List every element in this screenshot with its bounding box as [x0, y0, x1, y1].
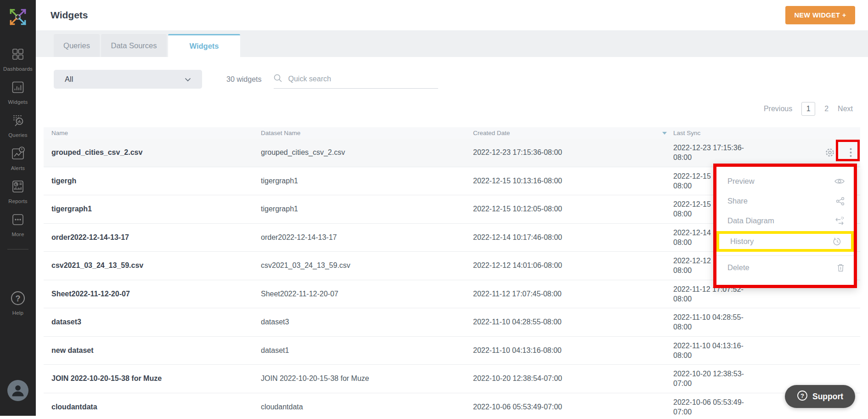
menu-item-label: Preview [727, 177, 755, 186]
table-row[interactable]: grouped_cities_csv_2.csvgrouped_cities_c… [44, 139, 860, 167]
cell-dataset-name: tigergraph1 [261, 177, 473, 185]
sidebar-divider [7, 249, 28, 249]
cell-dataset-name: JOIN 2022-10-20-15-38 for Muze [261, 374, 473, 383]
cell-dataset-name: dataset3 [261, 318, 473, 326]
table-row[interactable]: JOIN 2022-10-20-15-38 for MuzeJOIN 2022-… [44, 365, 860, 393]
cell-last-sync: 2022-10-20 12:38:53-07:00 [673, 369, 753, 388]
sidebar-item-more[interactable]: More [0, 211, 36, 237]
data-diagram-icon [834, 216, 845, 226]
cell-name: grouped_cities_csv_2.csv [44, 148, 261, 157]
search-input[interactable] [287, 74, 427, 84]
question-circle-icon: ? [797, 390, 808, 403]
sidebar-item-dashboards[interactable]: Dashboards [0, 46, 36, 72]
type-filter-dropdown[interactable]: All [54, 70, 202, 89]
sidebar-item-alerts[interactable]: Alerts [0, 145, 36, 171]
chevron-down-icon [185, 75, 191, 84]
sidebar-item-label: Help [12, 310, 23, 316]
column-header-name[interactable]: Name [44, 130, 261, 136]
previous-page-button[interactable]: Previous [764, 105, 792, 113]
page-1-button[interactable]: 1 [801, 102, 815, 116]
menu-item-share[interactable]: Share [716, 191, 854, 211]
cell-created-date: 2022-10-20 12:38:54-07:00 [473, 374, 673, 383]
cell-name: csv2021_03_24_13_59.csv [44, 261, 261, 270]
alerts-icon [10, 145, 26, 164]
cell-dataset-name: grouped_cities_csv_2.csv [261, 148, 473, 157]
cell-dataset-name: csv2021_03_24_13_59.csv [261, 261, 473, 270]
search-icon [274, 74, 282, 84]
tab-widgets[interactable]: Widgets [168, 34, 240, 57]
kebab-menu-icon[interactable] [850, 148, 852, 157]
cell-name: order2022-12-14-13-17 [44, 233, 261, 242]
svg-text:?: ? [800, 392, 804, 399]
queries-icon [10, 112, 26, 130]
dashboards-icon [10, 46, 26, 64]
tab-data-sources[interactable]: Data Sources [101, 34, 167, 57]
cell-created-date: 2022-12-14 10:17:46-08:00 [473, 233, 673, 242]
cell-created-date: 2022-12-15 10:12:05-08:00 [473, 205, 673, 213]
page-2-button[interactable]: 2 [824, 105, 829, 113]
tab-bar: Queries Data Sources Widgets [36, 30, 868, 57]
sidebar-item-label: Widgets [8, 99, 28, 105]
table-row[interactable]: cloudantdatacloudantdata2022-10-06 05:53… [44, 393, 860, 419]
sidebar-item-label: Reports [8, 198, 28, 204]
cell-dataset-name: dataset1 [261, 346, 473, 355]
sort-desc-icon [662, 132, 667, 135]
column-header-dataset-name[interactable]: Dataset Name [261, 130, 473, 136]
menu-item-delete[interactable]: Delete [716, 258, 854, 277]
sidebar-item-label: Queries [8, 132, 28, 138]
user-avatar[interactable] [7, 380, 28, 403]
settings-gear-icon[interactable] [825, 147, 835, 158]
cell-name: cloudantdata [44, 403, 261, 411]
sidebar-item-label: More [11, 232, 24, 237]
quick-search-field[interactable] [274, 70, 438, 89]
menu-item-preview[interactable]: Preview [716, 171, 854, 191]
row-context-menu: Preview Share Data Diagram History [713, 164, 857, 288]
cell-created-date: 2022-11-12 17:07:45-08:00 [473, 290, 673, 298]
support-button[interactable]: ? Support [785, 385, 855, 408]
cell-name: tigergh [44, 177, 261, 185]
menu-item-data-diagram[interactable]: Data Diagram [716, 211, 854, 231]
cell-created-date: 2022-12-23 17:15:36-08:00 [473, 148, 673, 157]
cell-created-date: 2022-11-10 04:28:55-08:00 [473, 318, 673, 326]
column-header-created-date[interactable]: Created Date [473, 130, 673, 136]
more-icon [10, 211, 26, 230]
sidebar-item-reports[interactable]: Reports [0, 178, 36, 204]
new-widget-button[interactable]: NEW WIDGET + [785, 6, 855, 24]
menu-divider [716, 255, 854, 256]
page-header: Widgets NEW WIDGET + [36, 0, 868, 30]
cell-actions [753, 147, 860, 158]
app-logo-icon[interactable] [7, 6, 28, 29]
cell-created-date: 2022-11-10 04:13:16-08:00 [473, 346, 673, 355]
sidebar: Dashboards Widgets Queries [0, 0, 36, 416]
cell-created-date: 2022-10-06 05:53:49-07:00 [473, 403, 673, 411]
filter-row: All 30 widgets [54, 70, 868, 89]
next-page-button[interactable]: Next [838, 105, 853, 113]
column-header-last-sync[interactable]: Last Sync [673, 130, 753, 136]
menu-item-history[interactable]: History [719, 234, 851, 249]
sidebar-item-help[interactable]: ? Help [10, 290, 26, 316]
cell-last-sync: 2022-11-10 04:28:55-08:00 [673, 312, 753, 332]
sidebar-item-queries[interactable]: Queries [0, 112, 36, 138]
cell-name: Sheet2022-11-12-20-07 [44, 290, 261, 298]
cell-name: JOIN 2022-10-20-15-38 for Muze [44, 374, 261, 383]
tab-queries[interactable]: Queries [54, 34, 100, 57]
table-row[interactable]: dataset3dataset32022-11-10 04:28:55-08:0… [44, 308, 860, 337]
help-icon: ? [10, 290, 26, 308]
cell-name: new dataset [44, 346, 261, 355]
sidebar-item-label: Alerts [11, 165, 25, 171]
type-filter-value: All [65, 75, 73, 84]
column-header-label: Created Date [473, 130, 510, 136]
widget-count: 30 widgets [226, 75, 262, 84]
menu-item-label: Share [727, 197, 748, 205]
menu-item-label: Data Diagram [727, 216, 774, 225]
support-label: Support [812, 392, 843, 402]
cell-dataset-name: tigergraph1 [261, 205, 473, 213]
cell-name: dataset3 [44, 318, 261, 326]
sidebar-item-widgets[interactable]: Widgets [0, 79, 36, 105]
svg-text:?: ? [16, 294, 21, 303]
table-row[interactable]: new datasetdataset12022-11-10 04:13:16-0… [44, 337, 860, 365]
share-icon [836, 197, 845, 206]
reports-icon [10, 178, 26, 197]
cell-name: tigergraph1 [44, 205, 261, 213]
menu-item-label: History [730, 237, 754, 246]
